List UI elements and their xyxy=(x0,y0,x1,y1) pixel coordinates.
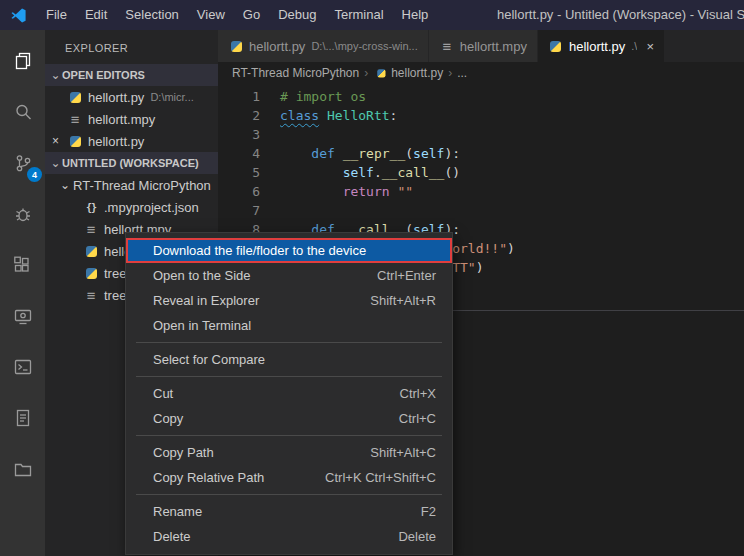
tab-hellortt-mpy[interactable]: hellortt.mpy xyxy=(429,30,538,62)
line-number: 7 xyxy=(218,201,260,220)
menubar-item[interactable]: Debug xyxy=(269,0,325,30)
open-editors-label: OPEN EDITORS xyxy=(62,69,145,81)
menu-item-label: Reveal in Explorer xyxy=(153,293,346,308)
close-icon[interactable]: × xyxy=(646,39,654,54)
vscode-logo-icon xyxy=(10,6,28,24)
code-line: 6 return "" xyxy=(218,182,744,201)
folder-name: RT-Thread MicroPython xyxy=(73,178,211,193)
file-type-icon xyxy=(83,199,99,215)
tab-label: hellortt.mpy xyxy=(460,39,527,54)
menu-item-shortcut: F2 xyxy=(421,504,436,519)
breadcrumb[interactable]: RT-Thread MicroPython › hellortt.py › ..… xyxy=(218,62,744,84)
search-icon[interactable] xyxy=(0,86,45,137)
menu-item-label: Cut xyxy=(153,386,376,401)
menu-item-shortcut: Ctrl+C xyxy=(399,411,436,426)
context-menu-item[interactable]: DeleteDelete xyxy=(126,524,452,549)
tab-label: hellortt.py xyxy=(249,39,305,54)
debug-icon[interactable] xyxy=(0,188,45,239)
menu-separator xyxy=(136,494,442,495)
menubar-item[interactable]: Go xyxy=(234,0,269,30)
context-menu-item[interactable]: Copy PathShift+Alt+C xyxy=(126,440,452,465)
menu-item-label: Rename xyxy=(153,504,397,519)
menu-item-shortcut: Delete xyxy=(398,529,436,544)
context-menu-item[interactable]: Select for Compare xyxy=(126,347,452,372)
menubar-item[interactable]: File xyxy=(37,0,76,30)
explorer-icon[interactable] xyxy=(0,35,45,86)
workspace-label: UNTITLED (WORKSPACE) xyxy=(62,157,199,169)
menu-item-label: Copy xyxy=(153,411,375,426)
code-line: 2class HelloRtt: xyxy=(218,106,744,125)
context-menu-item[interactable]: Download the file/floder to the device xyxy=(126,238,452,263)
open-editor-item[interactable]: hellortt.py D:\micr... xyxy=(45,86,218,108)
menu-item-label: Open to the Side xyxy=(153,268,353,283)
list-file-icon xyxy=(439,38,455,54)
code-line: 1# import os xyxy=(218,87,744,106)
code-line: 4 def __repr__(self): xyxy=(218,144,744,163)
tree-folder-rt-thread[interactable]: ⌄ RT-Thread MicroPython xyxy=(45,174,218,196)
python-file-icon xyxy=(548,38,564,54)
window-title: hellortt.py - Untitled (Workspace) - Vis… xyxy=(497,0,744,30)
workspace-header[interactable]: ⌄ UNTITLED (WORKSPACE) xyxy=(45,152,218,174)
chevron-right-icon: › xyxy=(448,66,452,80)
extensions-icon[interactable] xyxy=(0,239,45,290)
breadcrumb-file[interactable]: hellortt.py xyxy=(391,66,443,80)
menubar-item[interactable]: Terminal xyxy=(325,0,392,30)
tab-hellortt-py-external[interactable]: hellortt.py D:\...\mpy-cross-win... xyxy=(218,30,429,62)
chevron-right-icon: › xyxy=(364,66,368,80)
file-type-icon xyxy=(83,221,99,237)
code-text: # import os xyxy=(280,87,366,106)
code-text: return "" xyxy=(280,182,413,201)
tree-file-item[interactable]: .mpyproject.json xyxy=(45,196,218,218)
remote-device-icon[interactable] xyxy=(0,290,45,341)
context-menu-item[interactable]: Copy Relative PathCtrl+K Ctrl+Shift+C xyxy=(126,465,452,490)
terminal-box-icon[interactable] xyxy=(0,341,45,392)
open-editor-item[interactable]: hellortt.mpy xyxy=(45,108,218,130)
activity-bar: 4 xyxy=(0,30,45,556)
python-file-icon xyxy=(375,67,387,79)
output-file-icon[interactable] xyxy=(0,392,45,443)
menu-item-shortcut: Ctrl+K Ctrl+Shift+C xyxy=(325,470,436,485)
menu-separator xyxy=(136,435,442,436)
context-menu-item[interactable]: CopyCtrl+C xyxy=(126,406,452,431)
open-editors-header[interactable]: ⌄ OPEN EDITORS xyxy=(45,64,218,86)
title-bar: FileEditSelectionViewGoDebugTerminalHelp… xyxy=(0,0,744,30)
menubar-item[interactable]: Edit xyxy=(76,0,116,30)
menu-item-shortcut: Shift+Alt+C xyxy=(370,445,436,460)
menu-item-label: Open in Terminal xyxy=(153,318,412,333)
python-file-icon xyxy=(228,38,244,54)
open-editor-item[interactable]: × hellortt.py xyxy=(45,130,218,152)
breadcrumb-symbol[interactable]: ... xyxy=(457,66,467,80)
context-menu-item[interactable]: CutCtrl+X xyxy=(126,381,452,406)
menu-separator xyxy=(136,342,442,343)
file-type-icon xyxy=(67,89,83,105)
menubar-item[interactable]: View xyxy=(188,0,234,30)
context-menu: Download the file/floder to the deviceOp… xyxy=(125,232,453,555)
menu-item-label: Select for Compare xyxy=(153,352,412,367)
context-menu-item[interactable]: Reveal in ExplorerShift+Alt+R xyxy=(126,288,452,313)
tab-path: D:\...\mpy-cross-win... xyxy=(311,40,417,52)
vscode-window: FileEditSelectionViewGoDebugTerminalHelp… xyxy=(0,0,744,556)
file-type-icon xyxy=(83,243,99,259)
line-number: 5 xyxy=(218,163,260,182)
file-type-icon xyxy=(83,265,99,281)
context-menu-item[interactable]: Open in Terminal xyxy=(126,313,452,338)
source-control-icon[interactable]: 4 xyxy=(0,137,45,188)
file-name: hellortt.mpy xyxy=(88,112,155,127)
close-icon[interactable]: × xyxy=(52,134,64,148)
context-menu-item[interactable]: RenameF2 xyxy=(126,499,452,524)
code-line: 3 xyxy=(218,125,744,144)
chevron-down-icon: ⌄ xyxy=(60,178,70,192)
menubar-item[interactable]: Selection xyxy=(116,0,187,30)
menu-item-label: Copy Relative Path xyxy=(153,470,301,485)
sidebar-title: EXPLORER xyxy=(45,30,218,64)
file-type-icon xyxy=(67,133,83,149)
context-menu-item[interactable]: Open to the SideCtrl+Enter xyxy=(126,263,452,288)
line-number: 4 xyxy=(218,144,260,163)
breadcrumb-folder[interactable]: RT-Thread MicroPython xyxy=(232,66,359,80)
tab-hellortt-py-active[interactable]: hellortt.py .\ × xyxy=(538,30,665,62)
menubar-item[interactable]: Help xyxy=(393,0,438,30)
menu-item-label: Delete xyxy=(153,529,374,544)
line-number: 6 xyxy=(218,182,260,201)
menu-item-shortcut: Shift+Alt+R xyxy=(370,293,436,308)
folder-icon[interactable] xyxy=(0,443,45,494)
